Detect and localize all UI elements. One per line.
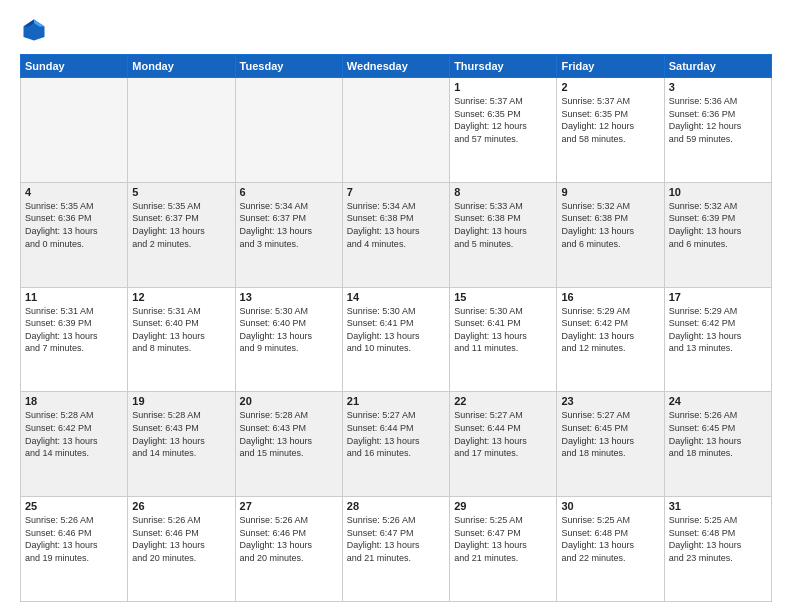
day-number: 9 bbox=[561, 186, 659, 198]
day-info: Sunrise: 5:28 AMSunset: 6:43 PMDaylight:… bbox=[240, 409, 338, 459]
day-number: 17 bbox=[669, 291, 767, 303]
calendar-table: SundayMondayTuesdayWednesdayThursdayFrid… bbox=[20, 54, 772, 602]
calendar-day: 12Sunrise: 5:31 AMSunset: 6:40 PMDayligh… bbox=[128, 287, 235, 392]
calendar-day: 24Sunrise: 5:26 AMSunset: 6:45 PMDayligh… bbox=[664, 392, 771, 497]
calendar-header-monday: Monday bbox=[128, 55, 235, 78]
calendar-header-row: SundayMondayTuesdayWednesdayThursdayFrid… bbox=[21, 55, 772, 78]
day-info: Sunrise: 5:26 AMSunset: 6:46 PMDaylight:… bbox=[25, 514, 123, 564]
day-number: 16 bbox=[561, 291, 659, 303]
day-info: Sunrise: 5:25 AMSunset: 6:47 PMDaylight:… bbox=[454, 514, 552, 564]
calendar-day: 16Sunrise: 5:29 AMSunset: 6:42 PMDayligh… bbox=[557, 287, 664, 392]
calendar-day: 26Sunrise: 5:26 AMSunset: 6:46 PMDayligh… bbox=[128, 497, 235, 602]
day-info: Sunrise: 5:26 AMSunset: 6:46 PMDaylight:… bbox=[240, 514, 338, 564]
day-number: 21 bbox=[347, 395, 445, 407]
calendar-day: 10Sunrise: 5:32 AMSunset: 6:39 PMDayligh… bbox=[664, 182, 771, 287]
day-info: Sunrise: 5:35 AMSunset: 6:36 PMDaylight:… bbox=[25, 200, 123, 250]
calendar-day: 3Sunrise: 5:36 AMSunset: 6:36 PMDaylight… bbox=[664, 78, 771, 183]
calendar-day bbox=[235, 78, 342, 183]
day-number: 4 bbox=[25, 186, 123, 198]
calendar-header-friday: Friday bbox=[557, 55, 664, 78]
calendar-week-row: 18Sunrise: 5:28 AMSunset: 6:42 PMDayligh… bbox=[21, 392, 772, 497]
calendar-day: 1Sunrise: 5:37 AMSunset: 6:35 PMDaylight… bbox=[450, 78, 557, 183]
day-number: 15 bbox=[454, 291, 552, 303]
day-number: 22 bbox=[454, 395, 552, 407]
day-number: 24 bbox=[669, 395, 767, 407]
calendar-header-sunday: Sunday bbox=[21, 55, 128, 78]
calendar-day: 6Sunrise: 5:34 AMSunset: 6:37 PMDaylight… bbox=[235, 182, 342, 287]
day-info: Sunrise: 5:27 AMSunset: 6:44 PMDaylight:… bbox=[347, 409, 445, 459]
calendar-header-thursday: Thursday bbox=[450, 55, 557, 78]
calendar-day: 5Sunrise: 5:35 AMSunset: 6:37 PMDaylight… bbox=[128, 182, 235, 287]
day-number: 11 bbox=[25, 291, 123, 303]
day-info: Sunrise: 5:28 AMSunset: 6:42 PMDaylight:… bbox=[25, 409, 123, 459]
calendar-day: 8Sunrise: 5:33 AMSunset: 6:38 PMDaylight… bbox=[450, 182, 557, 287]
logo-icon bbox=[20, 16, 48, 44]
day-info: Sunrise: 5:34 AMSunset: 6:37 PMDaylight:… bbox=[240, 200, 338, 250]
day-number: 30 bbox=[561, 500, 659, 512]
day-number: 31 bbox=[669, 500, 767, 512]
day-number: 25 bbox=[25, 500, 123, 512]
calendar-header-saturday: Saturday bbox=[664, 55, 771, 78]
calendar-day: 29Sunrise: 5:25 AMSunset: 6:47 PMDayligh… bbox=[450, 497, 557, 602]
day-number: 20 bbox=[240, 395, 338, 407]
logo bbox=[20, 16, 52, 44]
calendar-header-wednesday: Wednesday bbox=[342, 55, 449, 78]
day-info: Sunrise: 5:26 AMSunset: 6:47 PMDaylight:… bbox=[347, 514, 445, 564]
calendar-day: 11Sunrise: 5:31 AMSunset: 6:39 PMDayligh… bbox=[21, 287, 128, 392]
day-number: 1 bbox=[454, 81, 552, 93]
day-number: 18 bbox=[25, 395, 123, 407]
day-info: Sunrise: 5:31 AMSunset: 6:40 PMDaylight:… bbox=[132, 305, 230, 355]
day-info: Sunrise: 5:37 AMSunset: 6:35 PMDaylight:… bbox=[454, 95, 552, 145]
day-info: Sunrise: 5:36 AMSunset: 6:36 PMDaylight:… bbox=[669, 95, 767, 145]
day-number: 27 bbox=[240, 500, 338, 512]
calendar-day: 13Sunrise: 5:30 AMSunset: 6:40 PMDayligh… bbox=[235, 287, 342, 392]
day-info: Sunrise: 5:33 AMSunset: 6:38 PMDaylight:… bbox=[454, 200, 552, 250]
calendar-day: 19Sunrise: 5:28 AMSunset: 6:43 PMDayligh… bbox=[128, 392, 235, 497]
calendar-week-row: 11Sunrise: 5:31 AMSunset: 6:39 PMDayligh… bbox=[21, 287, 772, 392]
day-info: Sunrise: 5:26 AMSunset: 6:46 PMDaylight:… bbox=[132, 514, 230, 564]
calendar-day: 18Sunrise: 5:28 AMSunset: 6:42 PMDayligh… bbox=[21, 392, 128, 497]
calendar-day: 2Sunrise: 5:37 AMSunset: 6:35 PMDaylight… bbox=[557, 78, 664, 183]
calendar-day: 27Sunrise: 5:26 AMSunset: 6:46 PMDayligh… bbox=[235, 497, 342, 602]
calendar-day: 7Sunrise: 5:34 AMSunset: 6:38 PMDaylight… bbox=[342, 182, 449, 287]
day-info: Sunrise: 5:30 AMSunset: 6:41 PMDaylight:… bbox=[454, 305, 552, 355]
day-info: Sunrise: 5:29 AMSunset: 6:42 PMDaylight:… bbox=[561, 305, 659, 355]
day-number: 19 bbox=[132, 395, 230, 407]
day-number: 10 bbox=[669, 186, 767, 198]
calendar-day: 21Sunrise: 5:27 AMSunset: 6:44 PMDayligh… bbox=[342, 392, 449, 497]
day-info: Sunrise: 5:27 AMSunset: 6:45 PMDaylight:… bbox=[561, 409, 659, 459]
calendar-day bbox=[21, 78, 128, 183]
day-number: 3 bbox=[669, 81, 767, 93]
day-info: Sunrise: 5:27 AMSunset: 6:44 PMDaylight:… bbox=[454, 409, 552, 459]
day-number: 2 bbox=[561, 81, 659, 93]
day-info: Sunrise: 5:30 AMSunset: 6:41 PMDaylight:… bbox=[347, 305, 445, 355]
day-number: 8 bbox=[454, 186, 552, 198]
day-info: Sunrise: 5:32 AMSunset: 6:39 PMDaylight:… bbox=[669, 200, 767, 250]
day-number: 28 bbox=[347, 500, 445, 512]
calendar-day: 28Sunrise: 5:26 AMSunset: 6:47 PMDayligh… bbox=[342, 497, 449, 602]
calendar-week-row: 1Sunrise: 5:37 AMSunset: 6:35 PMDaylight… bbox=[21, 78, 772, 183]
calendar-week-row: 4Sunrise: 5:35 AMSunset: 6:36 PMDaylight… bbox=[21, 182, 772, 287]
calendar-day: 23Sunrise: 5:27 AMSunset: 6:45 PMDayligh… bbox=[557, 392, 664, 497]
calendar-day bbox=[342, 78, 449, 183]
day-number: 5 bbox=[132, 186, 230, 198]
calendar-week-row: 25Sunrise: 5:26 AMSunset: 6:46 PMDayligh… bbox=[21, 497, 772, 602]
day-info: Sunrise: 5:34 AMSunset: 6:38 PMDaylight:… bbox=[347, 200, 445, 250]
day-info: Sunrise: 5:30 AMSunset: 6:40 PMDaylight:… bbox=[240, 305, 338, 355]
day-info: Sunrise: 5:31 AMSunset: 6:39 PMDaylight:… bbox=[25, 305, 123, 355]
calendar-header-tuesday: Tuesday bbox=[235, 55, 342, 78]
day-info: Sunrise: 5:35 AMSunset: 6:37 PMDaylight:… bbox=[132, 200, 230, 250]
day-number: 12 bbox=[132, 291, 230, 303]
day-info: Sunrise: 5:25 AMSunset: 6:48 PMDaylight:… bbox=[561, 514, 659, 564]
day-info: Sunrise: 5:25 AMSunset: 6:48 PMDaylight:… bbox=[669, 514, 767, 564]
day-number: 7 bbox=[347, 186, 445, 198]
day-info: Sunrise: 5:37 AMSunset: 6:35 PMDaylight:… bbox=[561, 95, 659, 145]
page: SundayMondayTuesdayWednesdayThursdayFrid… bbox=[0, 0, 792, 612]
day-number: 23 bbox=[561, 395, 659, 407]
calendar-day: 22Sunrise: 5:27 AMSunset: 6:44 PMDayligh… bbox=[450, 392, 557, 497]
calendar-day: 31Sunrise: 5:25 AMSunset: 6:48 PMDayligh… bbox=[664, 497, 771, 602]
calendar-day: 17Sunrise: 5:29 AMSunset: 6:42 PMDayligh… bbox=[664, 287, 771, 392]
calendar-day: 9Sunrise: 5:32 AMSunset: 6:38 PMDaylight… bbox=[557, 182, 664, 287]
day-info: Sunrise: 5:28 AMSunset: 6:43 PMDaylight:… bbox=[132, 409, 230, 459]
calendar-day bbox=[128, 78, 235, 183]
